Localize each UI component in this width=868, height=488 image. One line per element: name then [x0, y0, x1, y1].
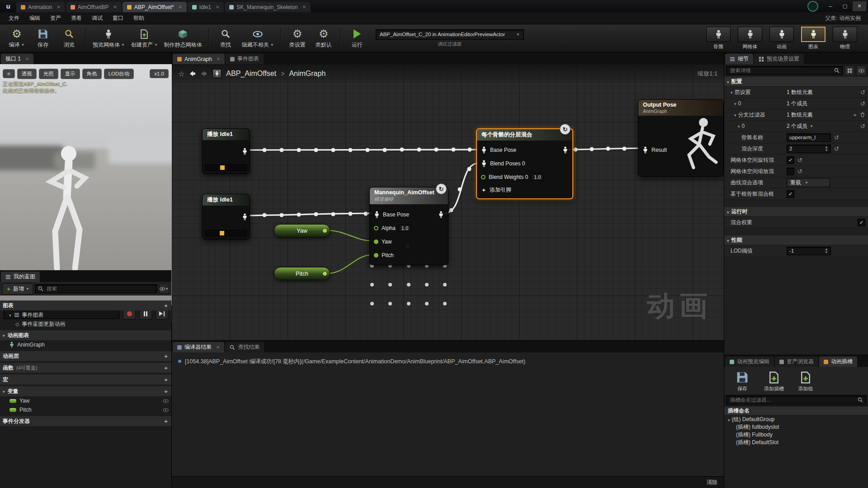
property-matrix-button[interactable] — [844, 66, 854, 75]
mode-graph[interactable]: 图表 — [799, 27, 827, 50]
find-button[interactable]: 查找 — [212, 26, 239, 50]
search-input[interactable] — [729, 67, 832, 74]
reset-icon[interactable]: ↺ — [797, 168, 802, 175]
mode-skeleton[interactable]: 骨骼 — [704, 27, 732, 50]
lod-auto-button[interactable]: LOD自动 — [104, 69, 134, 79]
character-button[interactable]: 角色 — [82, 69, 102, 79]
app-tab-sk-mannequin[interactable]: SK_Mannequin_Skeleton ✕ — [225, 2, 311, 12]
spinner-icon[interactable]: ▲▼ — [825, 145, 828, 152]
tab-anim-slots[interactable]: 动画插槽 — [819, 357, 857, 367]
mode-physics[interactable]: 物理 — [831, 27, 859, 50]
expander-icon[interactable] — [734, 112, 736, 118]
reset-icon[interactable]: ↺ — [860, 123, 865, 130]
pose-output-pin[interactable] — [562, 146, 568, 154]
menu-window[interactable]: 窗口 — [108, 13, 128, 24]
close-icon[interactable]: ✕ — [217, 56, 220, 61]
tab-event-graph[interactable]: 事件图表 — [226, 54, 264, 64]
add-anim-layer-button[interactable]: ＋ — [163, 352, 169, 360]
expander-icon[interactable] — [3, 388, 5, 394]
search-input[interactable] — [729, 397, 855, 403]
reset-icon[interactable]: ↺ — [860, 100, 865, 107]
add-variable-button[interactable]: ＋ — [163, 388, 169, 395]
show-button[interactable]: 显示 — [61, 69, 80, 79]
menu-debug[interactable]: 调试 — [87, 13, 108, 24]
add-dispatcher-button[interactable]: ＋ — [163, 418, 169, 425]
mesh-space-scale-checkbox[interactable] — [787, 168, 794, 175]
anim-layers-section-header[interactable]: 动画层 ＋ — [0, 351, 171, 361]
slot-group-defaultgroup[interactable]: (组) DefaultGroup — [724, 416, 868, 423]
app-tab-aimoffsetbp[interactable]: AimOffsetBP ✕ — [66, 2, 122, 12]
blend-weights-checkbox[interactable] — [858, 219, 865, 226]
perspective-button[interactable]: 透视 — [17, 69, 37, 79]
add-macro-button[interactable]: ＋ — [163, 376, 169, 384]
tab-find-results[interactable]: 查找结果 — [225, 342, 264, 352]
fast-path-badge-icon[interactable] — [560, 124, 571, 135]
expander-icon[interactable] — [727, 209, 729, 215]
eye-icon[interactable] — [163, 399, 169, 403]
trash-icon[interactable] — [860, 112, 865, 117]
node-mannequin-aimoffset[interactable]: Mannequin_AimOffset 瞄准偏移 Base Pose Alpha… — [369, 187, 448, 265]
menu-help[interactable]: 帮助 — [128, 13, 149, 24]
alpha-value-box[interactable]: 1.0 — [399, 225, 411, 232]
play-button[interactable]: 运行 — [344, 26, 370, 50]
view-options-button[interactable] — [856, 66, 866, 75]
close-window-button[interactable]: ✕ — [853, 1, 866, 11]
reset-icon[interactable]: ↺ — [834, 145, 839, 152]
add-group-button[interactable]: 添加组 — [791, 371, 820, 392]
node-play-idle1-top[interactable]: 播放 Idle1 — [202, 128, 250, 174]
macros-section-header[interactable]: 宏 ＋ — [0, 375, 171, 385]
mesh-space-rotation-checkbox[interactable] — [787, 156, 794, 164]
add-graph-button[interactable]: ＋ — [163, 302, 169, 310]
category-performance[interactable]: 性能 — [724, 235, 868, 245]
nav-back-icon[interactable] — [189, 70, 196, 77]
animgraph-item[interactable]: AnimGraph — [0, 340, 171, 349]
tab-animgraph[interactable]: AnimGraph ✕ — [173, 54, 225, 64]
close-icon[interactable]: ✕ — [216, 345, 220, 350]
add-slot-button[interactable]: 添加插槽 — [760, 371, 788, 392]
app-tab-animation[interactable]: Animation ✕ — [16, 2, 65, 12]
tab-compiler-results[interactable]: 编译器结果 ✕ — [173, 342, 224, 352]
expander-icon[interactable] — [9, 312, 11, 318]
event-blueprint-update-item[interactable]: ◇ 事件蓝图更新动画 — [0, 319, 171, 328]
slot-fullbodyslot[interactable]: (插槽) fullbodyslot — [724, 423, 868, 431]
add-new-button[interactable]: ＋ 新增 ▼ — [2, 283, 33, 295]
graphs-section-header[interactable]: 图表 ＋ — [0, 300, 171, 310]
expander-icon[interactable] — [734, 100, 736, 107]
expander-icon[interactable] — [728, 417, 730, 423]
expander-icon[interactable] — [738, 123, 740, 129]
close-icon[interactable]: ✕ — [216, 5, 219, 9]
create-asset-button[interactable]: 创建资产▼ — [128, 26, 161, 50]
maximize-button[interactable]: ▢ — [838, 1, 852, 11]
nav-forward-icon[interactable] — [201, 70, 208, 77]
app-tab-idle1[interactable]: Idle1 ✕ — [188, 2, 224, 12]
breadcrumb-root[interactable]: ABP_AimOffset — [226, 70, 276, 78]
bone-name-input[interactable]: upperarm_l — [787, 133, 831, 142]
class-defaults-button[interactable]: ⚙ 类默认 — [311, 26, 337, 50]
close-icon[interactable]: ✕ — [178, 5, 182, 9]
compiler-log[interactable]: [1054.38]ABP_AimOffset 编译成功![78 毫秒内](/Ga… — [172, 352, 724, 476]
my-blueprint-search[interactable] — [35, 284, 157, 293]
viewport-3d[interactable]: 正在预览ABP_AimOffset_C. 此模式已禁用骨骼操作。 z x y — [0, 64, 172, 305]
menu-edit[interactable]: 编辑 — [24, 13, 45, 24]
pose-output-pin[interactable] — [242, 148, 248, 155]
blend-weight-input-pin[interactable] — [481, 175, 486, 179]
float-output-pin[interactable] — [322, 271, 327, 276]
node-play-idle1-bottom[interactable]: 播放 Idle1 — [202, 194, 250, 239]
variable-yaw-item[interactable]: Yaw — [0, 396, 171, 405]
make-static-mesh-button[interactable]: 制作静态网格体 — [161, 26, 205, 50]
spinner-icon[interactable]: ▲▼ — [825, 248, 828, 254]
mode-animation[interactable]: 动画 — [768, 27, 796, 50]
yaw-input-pin[interactable] — [374, 239, 378, 244]
close-icon[interactable]: ✕ — [57, 5, 60, 9]
pose-input-pin[interactable] — [374, 211, 380, 218]
pose-input-pin[interactable] — [481, 146, 487, 154]
category-config[interactable]: 配置 — [724, 77, 868, 87]
browse-button[interactable]: 浏览 — [56, 26, 82, 50]
category-runtime[interactable]: 运行时 — [724, 207, 868, 217]
variables-section-header[interactable]: 变量 ＋ — [0, 386, 171, 396]
graph-canvas[interactable]: ☆ ABP_AimOffset > AnimGraph 缩放1:1 — [172, 64, 724, 340]
fast-path-badge-icon[interactable] — [436, 183, 447, 194]
pitch-input-pin[interactable] — [374, 253, 378, 258]
tab-preview-scene-settings[interactable]: 预览场景设置 — [754, 54, 804, 64]
menu-view[interactable]: 查看 — [66, 13, 87, 24]
